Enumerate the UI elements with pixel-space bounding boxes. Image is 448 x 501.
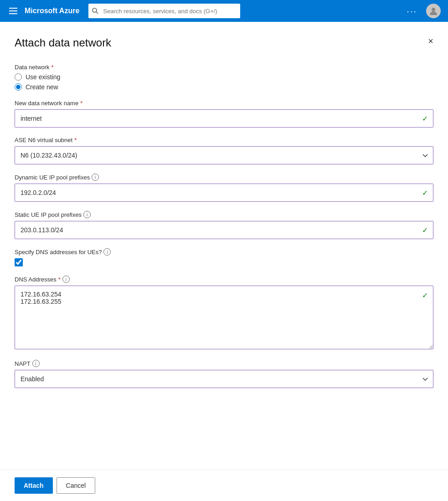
static-ue-input[interactable] — [15, 221, 433, 239]
user-avatar[interactable] — [426, 4, 441, 18]
dns-addresses-label: DNS Addresses * i — [15, 276, 433, 283]
check-icon-static-ue: ✓ — [422, 226, 428, 235]
specify-dns-info-icon[interactable]: i — [103, 248, 111, 256]
napt-section: NAPT i Enabled Disabled — [15, 360, 433, 388]
data-network-section: Data network * Use existing Create new — [15, 64, 433, 91]
specify-dns-section: Specify DNS addresses for UEs? i — [15, 248, 433, 266]
required-marker-4: * — [58, 276, 61, 283]
dynamic-ue-input[interactable] — [15, 184, 433, 202]
ase-n6-section: ASE N6 virtual subnet * N6 (10.232.43.0/… — [15, 137, 433, 164]
dynamic-ue-info-icon[interactable]: i — [92, 174, 99, 181]
specify-dns-label: Specify DNS addresses for UEs? i — [15, 248, 433, 256]
azure-logo: Microsoft Azure — [25, 7, 79, 15]
svg-point-0 — [93, 8, 97, 12]
new-network-name-input[interactable] — [15, 109, 433, 128]
dns-addresses-info-icon[interactable]: i — [62, 276, 70, 283]
radio-create-new-input[interactable] — [15, 83, 22, 91]
hamburger-menu[interactable] — [7, 6, 19, 16]
dns-addresses-section: DNS Addresses * i 172.16.63.254 172.16.6… — [15, 276, 433, 351]
new-network-name-wrapper: ✓ — [15, 109, 433, 128]
data-network-radio-group: Use existing Create new — [15, 73, 433, 91]
static-ue-info-icon[interactable]: i — [83, 211, 91, 218]
dynamic-ue-wrapper: ✓ — [15, 184, 433, 202]
search-icon — [92, 8, 98, 14]
check-icon-dns: ✓ — [422, 291, 428, 300]
radio-create-new[interactable]: Create new — [15, 83, 433, 91]
radio-use-existing[interactable]: Use existing — [15, 73, 433, 81]
radio-create-new-label: Create new — [26, 83, 58, 91]
ase-n6-select[interactable]: N6 (10.232.43.0/24) N6 (10.232.44.0/24) — [15, 146, 433, 164]
bottom-action-bar: Attach Cancel — [0, 470, 448, 501]
napt-info-icon[interactable]: i — [32, 360, 40, 367]
required-marker-3: * — [74, 137, 77, 143]
new-network-name-section: New data network name * ✓ — [15, 100, 433, 128]
top-nav: Microsoft Azure ··· — [0, 0, 448, 22]
specify-dns-checkbox-wrapper — [15, 258, 433, 266]
close-button[interactable]: × — [426, 35, 435, 47]
dynamic-ue-label: Dynamic UE IP pool prefixes i — [15, 174, 433, 181]
svg-point-2 — [432, 8, 435, 11]
search-input[interactable] — [88, 4, 240, 18]
more-options[interactable]: ··· — [403, 4, 421, 18]
static-ue-section: Static UE IP pool prefixes i ✓ — [15, 211, 433, 239]
search-bar[interactable] — [88, 4, 240, 18]
panel-title: Attach data network — [15, 36, 433, 49]
radio-use-existing-input[interactable] — [15, 73, 22, 81]
napt-label: NAPT i — [15, 360, 433, 367]
main-panel: Attach data network × Data network * Use… — [0, 22, 448, 501]
attach-button[interactable]: Attach — [15, 477, 53, 494]
napt-dropdown-wrapper: Enabled Disabled — [15, 370, 433, 388]
required-marker-2: * — [80, 100, 82, 107]
static-ue-label: Static UE IP pool prefixes i — [15, 211, 433, 218]
required-marker: * — [51, 64, 54, 71]
ase-n6-dropdown-wrapper: N6 (10.232.43.0/24) N6 (10.232.44.0/24) — [15, 146, 433, 164]
dns-addresses-textarea[interactable]: 172.16.63.254 172.16.63.255 — [15, 286, 433, 349]
static-ue-wrapper: ✓ — [15, 221, 433, 239]
data-network-label: Data network * — [15, 64, 433, 71]
ase-n6-label: ASE N6 virtual subnet * — [15, 137, 433, 143]
dns-addresses-wrapper: 172.16.63.254 172.16.63.255 ✓ — [15, 286, 433, 351]
new-network-name-label: New data network name * — [15, 100, 433, 107]
dynamic-ue-section: Dynamic UE IP pool prefixes i ✓ — [15, 174, 433, 202]
cancel-button[interactable]: Cancel — [57, 477, 96, 494]
check-icon-dynamic-ue: ✓ — [422, 189, 428, 197]
napt-select[interactable]: Enabled Disabled — [15, 370, 433, 388]
svg-line-1 — [96, 12, 98, 14]
radio-use-existing-label: Use existing — [26, 73, 60, 81]
check-icon-network-name: ✓ — [422, 114, 428, 123]
specify-dns-checkbox[interactable] — [15, 258, 23, 266]
